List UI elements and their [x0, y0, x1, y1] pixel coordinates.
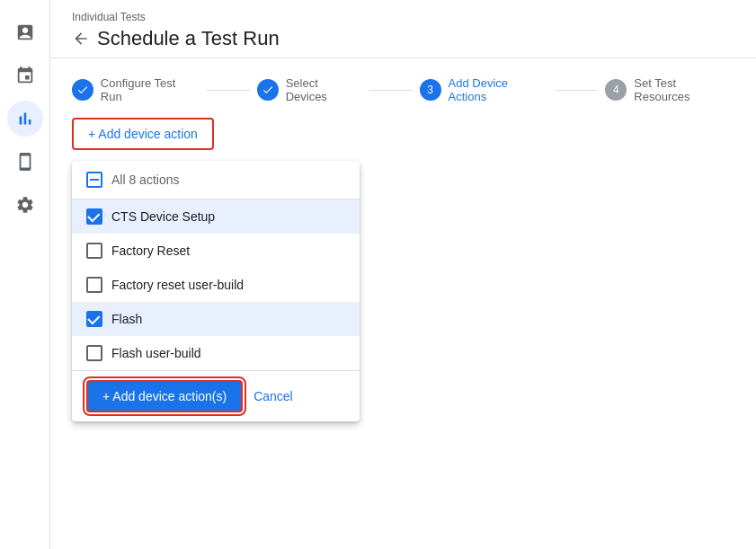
sidebar-item-analytics[interactable] [7, 101, 43, 137]
back-button[interactable] [72, 30, 90, 48]
dropdown-footer: + Add device action(s) Cancel [72, 370, 360, 421]
step-4: 4 Set Test Resources [605, 76, 734, 103]
content-area: + Add device action All 8 actions CTS De… [50, 118, 756, 549]
dropdown-list[interactable]: CTS Device Setup Factory Reset Factory r… [72, 199, 360, 370]
cancel-button[interactable]: Cancel [253, 389, 293, 403]
actions-dropdown: All 8 actions CTS Device Setup Factory R… [72, 161, 360, 421]
step-4-circle: 4 [605, 79, 627, 101]
sidebar-item-tests[interactable] [7, 14, 43, 50]
step-2: Select Devices [257, 76, 362, 103]
step-4-label: Set Test Resources [634, 76, 734, 103]
list-item-cts[interactable]: CTS Device Setup [72, 199, 360, 234]
list-item-flash[interactable]: Flash [72, 302, 360, 336]
sidebar [0, 0, 50, 549]
factory-reset-user-build-label: Factory reset user-build [111, 278, 244, 292]
factory-reset-label: Factory Reset [111, 244, 190, 258]
connector-2 [369, 90, 413, 91]
header: Individual Tests Schedule a Test Run [50, 0, 756, 58]
cts-label: CTS Device Setup [111, 209, 215, 224]
step-1-circle [72, 79, 93, 101]
step-2-circle [257, 79, 279, 101]
step-2-label: Select Devices [286, 76, 362, 103]
stepper: Configure Test Run Select Devices 3 Add … [50, 58, 756, 118]
sidebar-item-schedule[interactable] [7, 58, 43, 93]
sidebar-item-devices[interactable] [7, 144, 43, 180]
list-item-factory-reset[interactable]: Factory Reset [72, 234, 360, 268]
add-device-action-button[interactable]: + Add device action [72, 118, 214, 150]
step-3-circle: 3 [420, 79, 441, 101]
step-3-label: Add Device Actions [449, 76, 548, 103]
flash-user-build-checkbox[interactable] [86, 345, 102, 361]
flash-user-build-label: Flash user-build [111, 346, 201, 360]
factory-reset-user-build-checkbox[interactable] [86, 277, 102, 293]
flash-label: Flash [111, 312, 142, 326]
sidebar-item-settings[interactable] [7, 187, 43, 223]
flash-checkbox[interactable] [86, 311, 102, 327]
main-content: Individual Tests Schedule a Test Run Con… [50, 0, 756, 549]
connector-3 [556, 90, 599, 91]
breadcrumb: Individual Tests [72, 11, 734, 23]
add-actions-button[interactable]: + Add device action(s) [86, 380, 243, 412]
page-title: Schedule a Test Run [97, 27, 280, 50]
list-item-flash-user-build[interactable]: Flash user-build [72, 336, 360, 370]
all-actions-checkbox[interactable] [86, 172, 102, 188]
dropdown-header-label: All 8 actions [111, 173, 179, 187]
cts-checkbox[interactable] [86, 208, 102, 225]
list-item-factory-reset-user-build[interactable]: Factory reset user-build [72, 268, 360, 302]
dropdown-header[interactable]: All 8 actions [72, 161, 360, 199]
step-1: Configure Test Run [72, 76, 200, 103]
step-3: 3 Add Device Actions [420, 76, 548, 103]
factory-reset-checkbox[interactable] [86, 243, 102, 259]
connector-1 [207, 90, 250, 91]
step-1-label: Configure Test Run [101, 76, 200, 103]
